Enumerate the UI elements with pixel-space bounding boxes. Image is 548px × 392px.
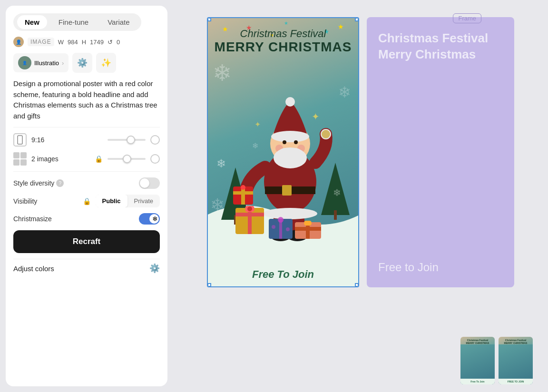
visibility-label: Visibility <box>13 197 78 205</box>
main-poster[interactable]: ★ ★ ★ ★ ★ ★ Christmas Festival Merry Chr… <box>207 17 359 287</box>
snowflake-svg-3: ❄ <box>252 142 258 150</box>
divider-1 <box>13 127 160 127</box>
svg-rect-10 <box>282 185 292 196</box>
magic-button[interactable]: ✨ <box>96 53 116 73</box>
sliders-button[interactable]: ⚙️ <box>72 53 92 73</box>
christmasize-label: Christmasize <box>13 215 52 223</box>
height-value: 1749 <box>90 39 104 46</box>
grid-icon <box>13 152 27 166</box>
poster-scene: ❄ ❄ ❄ <box>208 55 358 263</box>
bottom-thumbnails: Christmas FestivalMERRY CHRISTMAS Free T… <box>181 337 540 384</box>
model-arrow-icon: › <box>62 59 64 67</box>
model-selector[interactable]: 👤 Illustratio › <box>13 53 68 72</box>
star-6: ★ <box>284 20 288 26</box>
images-toggle[interactable] <box>150 154 160 164</box>
snowflake-icon: ❄ <box>152 215 158 223</box>
thumb-2-footer: FREE TO JOIN <box>499 379 533 384</box>
svg-point-23 <box>294 140 298 144</box>
sparkle-1: ✦ <box>312 111 320 122</box>
style-diversity-row: Style diversity ? <box>13 177 160 189</box>
svg-point-28 <box>289 148 301 155</box>
poster-free-text: Free To Join <box>214 268 352 281</box>
model-name: Illustratio <box>34 59 59 67</box>
svg-point-22 <box>283 140 286 144</box>
private-button[interactable]: Private <box>127 195 160 207</box>
canvas-main: ★ ★ ★ ★ ★ ★ Christmas Festival Merry Chr… <box>181 8 540 329</box>
side-panel: Christmas Festival Merry Christmas Free … <box>367 17 514 287</box>
ratio-slider[interactable] <box>108 139 146 141</box>
snowflake-svg-1: ❄ <box>216 157 226 170</box>
svg-point-38 <box>272 225 275 229</box>
christmasize-toggle[interactable]: ❄ <box>139 213 160 225</box>
user-avatar-icon: 👤 <box>13 37 24 47</box>
images-slider[interactable] <box>108 158 146 160</box>
adjust-colors-icon[interactable]: ⚙️ <box>149 263 160 274</box>
side-panel-free: Free to Join <box>378 261 503 274</box>
model-avatar: 👤 <box>18 56 31 69</box>
thumb-1-body <box>460 344 495 379</box>
style-diversity-label-group: Style diversity ? <box>13 179 64 187</box>
model-row: 👤 Illustratio › ⚙️ ✨ <box>13 53 160 73</box>
thumb-2-header: Christmas FestivalMERRY CHRISTMAS <box>503 337 528 344</box>
rotate-value: 0 <box>117 39 120 46</box>
thumb-1-footer: Free To Join <box>460 379 495 384</box>
ratio-toggle[interactable] <box>150 135 160 145</box>
thumbnail-2[interactable]: Christmas FestivalMERRY CHRISTMAS FREE T… <box>499 337 533 384</box>
width-label: W <box>58 39 64 46</box>
divider-2 <box>13 171 160 172</box>
svg-point-18 <box>322 130 330 138</box>
visibility-buttons: Public Private <box>96 195 160 207</box>
width-value: 984 <box>68 39 78 46</box>
visibility-lock-icon: 🔒 <box>83 197 91 205</box>
svg-rect-37 <box>279 219 282 239</box>
adjust-colors-row: Adjust colors ⚙️ <box>13 259 160 274</box>
height-label: H <box>82 39 86 46</box>
image-info-row: 👤 IMAGE W 984 H 1749 ↺ 0 <box>13 37 160 47</box>
canvas-area: Frame ★ ★ ★ ★ ★ ★ Christmas Festival Mer… <box>173 0 548 392</box>
svg-point-20 <box>271 131 309 142</box>
tab-new[interactable]: New <box>17 15 47 29</box>
thumb-1-header: Christmas FestivalMERRY CHRISTMAS <box>465 337 490 344</box>
poster-top-text: Christmas Festival Merry Christmas <box>215 28 352 55</box>
snowflake-svg-2: ❄ <box>333 187 341 198</box>
recraft-button[interactable]: Recraft <box>13 230 160 253</box>
christmasize-row: Christmasize ❄ <box>13 213 160 225</box>
handle-top-right[interactable] <box>355 18 359 21</box>
left-panel: New Fine-tune Variate 👤 IMAGE W 984 H 17… <box>6 6 167 386</box>
santa-svg: ❄ ❄ ❄ ✦ ✦ <box>208 72 358 263</box>
lock-icon: 🔒 <box>95 155 103 163</box>
svg-point-21 <box>285 97 295 107</box>
magic-icon: ✨ <box>101 58 111 68</box>
poster-festival-text: Christmas Festival <box>215 28 352 40</box>
tab-variate[interactable]: Variate <box>100 15 137 29</box>
handle-top-left[interactable] <box>207 18 211 21</box>
style-diversity-toggle[interactable] <box>139 177 160 189</box>
sliders-icon: ⚙️ <box>77 58 88 68</box>
image-label: IMAGE <box>28 38 54 46</box>
prompt-text: Design a promotional poster with a red c… <box>13 78 160 121</box>
handle-bottom-left[interactable] <box>207 283 211 287</box>
poster-bottom: Free To Join <box>208 263 358 286</box>
thumbnail-1[interactable]: Christmas FestivalMERRY CHRISTMAS Free T… <box>460 337 495 384</box>
frame-label: Frame <box>453 13 481 23</box>
tab-finetune[interactable]: Fine-tune <box>51 15 96 29</box>
public-button[interactable]: Public <box>96 195 127 207</box>
visibility-row: Visibility 🔒 Public Private <box>13 195 160 207</box>
ratio-icon <box>13 133 27 147</box>
svg-rect-0 <box>18 136 22 144</box>
poster-merry-text: Merry Christmas <box>215 40 352 55</box>
help-icon[interactable]: ? <box>56 179 64 187</box>
images-label: 2 images <box>31 155 90 163</box>
rotate-icon: ↺ <box>108 39 113 46</box>
svg-rect-7 <box>334 210 337 220</box>
handle-bottom-right[interactable] <box>355 283 359 287</box>
poster-content: ★ ★ ★ ★ ★ ★ Christmas Festival Merry Chr… <box>208 18 358 286</box>
svg-point-48 <box>241 185 245 190</box>
adjust-colors-label: Adjust colors <box>13 265 54 273</box>
ratio-row: 9:16 <box>13 133 160 147</box>
side-panel-title: Christmas Festival Merry Christmas <box>378 30 503 63</box>
svg-point-34 <box>247 206 252 211</box>
svg-point-39 <box>286 227 290 231</box>
ratio-label: 9:16 <box>31 136 103 144</box>
sparkle-2: ✦ <box>254 120 261 128</box>
